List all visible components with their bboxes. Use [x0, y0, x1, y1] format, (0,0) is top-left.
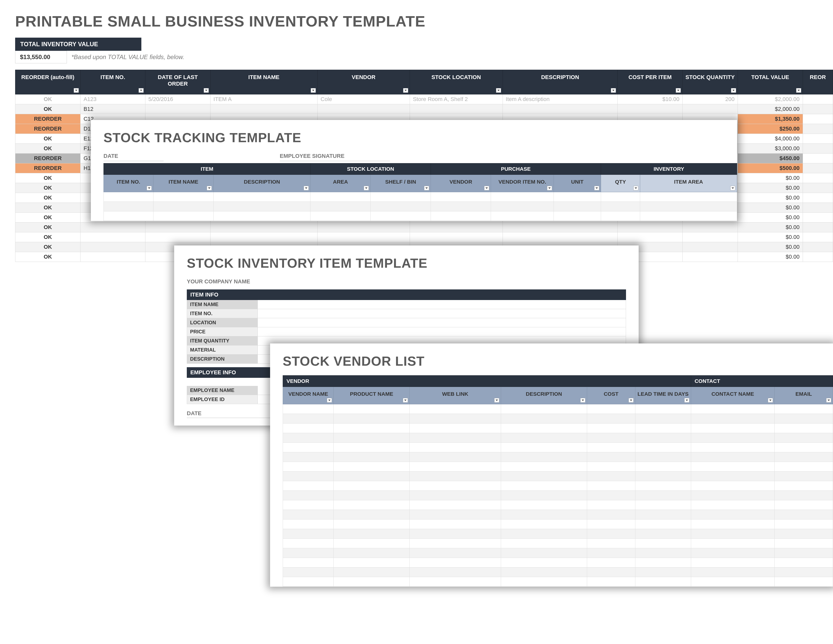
vendor-cell[interactable]	[775, 539, 833, 548]
inventory-cell[interactable]	[210, 222, 317, 232]
inventory-cell[interactable]	[318, 222, 410, 232]
tracking-cell[interactable]	[310, 192, 371, 202]
tracking-cell[interactable]	[153, 211, 213, 221]
vendor-cell[interactable]	[691, 452, 774, 462]
inventory-cell[interactable]	[503, 104, 618, 114]
inventory-cell[interactable]: OK	[15, 203, 80, 213]
vendor-cell[interactable]	[691, 491, 774, 500]
vendor-cell[interactable]	[410, 539, 501, 548]
vendor-cell[interactable]	[691, 529, 774, 539]
filter-dropdown-icon[interactable]	[494, 398, 499, 402]
vendor-cell[interactable]	[775, 491, 833, 500]
inventory-cell[interactable]: 5/20/2016	[145, 95, 210, 104]
vendor-cell[interactable]	[691, 510, 774, 520]
filter-dropdown-icon[interactable]	[138, 88, 144, 93]
vendor-cell[interactable]	[333, 462, 409, 472]
vendor-cell[interactable]	[333, 452, 409, 462]
vendor-cell[interactable]	[283, 577, 334, 587]
vendor-row[interactable]	[283, 577, 833, 587]
vendor-column-header[interactable]: LEAD TIME IN DAYS	[635, 387, 691, 404]
vendor-cell[interactable]	[635, 548, 691, 558]
filter-dropdown-icon[interactable]	[424, 186, 429, 190]
vendor-cell[interactable]	[635, 491, 691, 500]
inventory-cell[interactable]: OK	[15, 222, 80, 232]
inventory-row[interactable]: OK$0.00	[15, 222, 833, 232]
vendor-cell[interactable]	[635, 481, 691, 491]
inventory-cell[interactable]: A123	[80, 95, 145, 104]
item-field-input[interactable]	[258, 318, 626, 327]
vendor-cell[interactable]	[410, 423, 501, 433]
inventory-cell[interactable]: REORDER	[15, 114, 80, 124]
inventory-header-cell[interactable]: COST PER ITEM	[618, 70, 683, 95]
tracking-cell[interactable]	[371, 192, 431, 202]
filter-dropdown-icon[interactable]	[207, 186, 212, 190]
vendor-cell[interactable]	[691, 539, 774, 548]
filter-dropdown-icon[interactable]	[826, 398, 831, 402]
vendor-cell[interactable]	[775, 548, 833, 558]
filter-dropdown-icon[interactable]	[304, 186, 309, 190]
vendor-cell[interactable]	[587, 510, 635, 520]
filter-dropdown-icon[interactable]	[311, 88, 316, 93]
vendor-cell[interactable]	[501, 510, 587, 520]
vendor-cell[interactable]	[691, 443, 774, 452]
vendor-cell[interactable]	[410, 520, 501, 529]
vendor-cell[interactable]	[775, 481, 833, 491]
vendor-cell[interactable]	[635, 529, 691, 539]
vendor-cell[interactable]	[410, 414, 501, 423]
vendor-cell[interactable]	[635, 423, 691, 433]
vendor-cell[interactable]	[283, 491, 334, 500]
vendor-cell[interactable]	[501, 567, 587, 577]
vendor-cell[interactable]	[410, 558, 501, 567]
tracking-cell[interactable]	[371, 211, 431, 221]
item-field-input[interactable]	[258, 300, 626, 309]
inventory-cell[interactable]	[80, 242, 145, 252]
vendor-cell[interactable]	[635, 520, 691, 529]
vendor-row[interactable]	[283, 510, 833, 520]
vendor-cell[interactable]	[283, 548, 334, 558]
inventory-cell[interactable]: OK	[15, 144, 80, 153]
vendor-cell[interactable]	[775, 452, 833, 462]
inventory-cell[interactable]	[803, 252, 833, 262]
vendor-cell[interactable]	[775, 472, 833, 481]
vendor-cell[interactable]	[635, 404, 691, 414]
filter-dropdown-icon[interactable]	[611, 88, 616, 93]
inventory-header-cell[interactable]: DATE OF LAST ORDER	[145, 70, 210, 95]
inventory-cell[interactable]	[80, 222, 145, 232]
inventory-row[interactable]: OKA1235/20/2016ITEM AColeStore Room A, S…	[15, 95, 833, 104]
vendor-row[interactable]	[283, 414, 833, 423]
inventory-row[interactable]: OK$0.00	[15, 232, 833, 242]
inventory-cell[interactable]: OK	[15, 183, 80, 193]
vendor-cell[interactable]	[691, 433, 774, 443]
vendor-cell[interactable]	[501, 462, 587, 472]
filter-dropdown-icon[interactable]	[730, 186, 735, 190]
inventory-cell[interactable]	[803, 104, 833, 114]
vendor-cell[interactable]	[333, 472, 409, 481]
inventory-cell[interactable]: OK	[15, 193, 80, 203]
vendor-cell[interactable]	[333, 423, 409, 433]
inventory-cell[interactable]	[803, 144, 833, 153]
vendor-column-header[interactable]: EMAIL	[775, 387, 833, 404]
vendor-row[interactable]	[283, 443, 833, 452]
vendor-cell[interactable]	[691, 577, 774, 587]
vendor-cell[interactable]	[501, 481, 587, 491]
inventory-cell[interactable]	[410, 104, 503, 114]
inventory-cell[interactable]	[803, 183, 833, 193]
vendor-cell[interactable]	[333, 404, 409, 414]
vendor-cell[interactable]	[775, 404, 833, 414]
filter-dropdown-icon[interactable]	[768, 398, 773, 402]
vendor-cell[interactable]	[587, 472, 635, 481]
inventory-cell[interactable]: $0.00	[738, 252, 803, 262]
tracking-column-header[interactable]: VENDOR ITEM NO.	[491, 175, 554, 192]
vendor-cell[interactable]	[775, 529, 833, 539]
filter-dropdown-icon[interactable]	[581, 398, 585, 402]
inventory-cell[interactable]: ITEM A	[210, 95, 317, 104]
vendor-cell[interactable]	[635, 539, 691, 548]
vendor-row[interactable]	[283, 500, 833, 510]
inventory-cell[interactable]: OK	[15, 252, 80, 262]
vendor-cell[interactable]	[283, 481, 334, 491]
inventory-cell[interactable]: Cole	[318, 95, 410, 104]
inventory-cell[interactable]	[803, 153, 833, 163]
tracking-cell[interactable]	[601, 192, 640, 202]
tracking-cell[interactable]	[214, 202, 310, 211]
vendor-column-header[interactable]: PRODUCT NAME	[333, 387, 409, 404]
